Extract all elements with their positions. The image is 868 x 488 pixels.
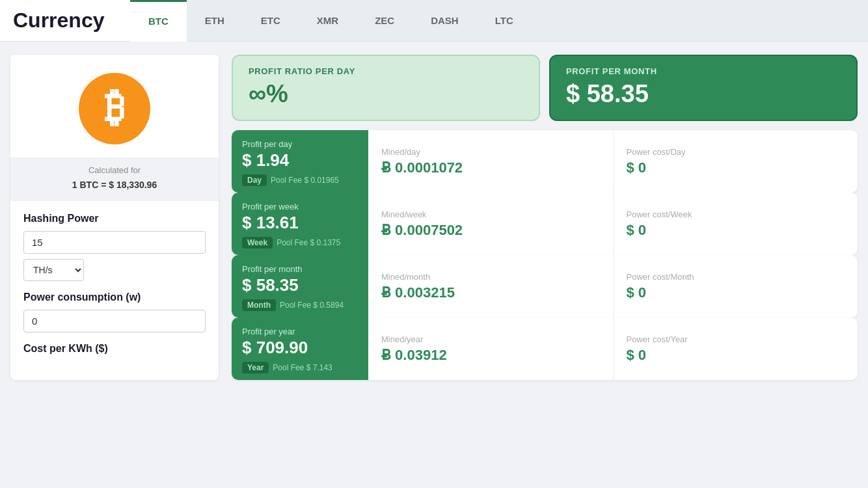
pool-fee-week: Pool Fee $ 0.1375 xyxy=(277,238,340,247)
mined-cell-month: Mined/month Ƀ 0.003215 xyxy=(368,255,614,318)
mined-label-month: Mined/month xyxy=(381,272,430,282)
profit-value-day: $ 1.94 xyxy=(242,150,289,170)
power-label-day: Power cost/Day xyxy=(627,147,686,157)
cost-per-kwh-label: Cost per KWh ($) xyxy=(23,343,206,355)
data-row-cells-year: Mined/year Ƀ 0.03912 Power cost/Year $ 0 xyxy=(368,318,858,380)
period-badge-year: Year xyxy=(242,362,269,373)
profit-ratio-label: PROFIT RATIO PER DAY xyxy=(249,66,523,76)
power-cell-day: Power cost/Day $ 0 xyxy=(614,130,858,193)
calc-for-label: Calculated for xyxy=(88,165,141,175)
profit-month-label: PROFIT PER MONTH xyxy=(566,66,841,76)
profit-ratio-value: ∞% xyxy=(249,80,523,108)
power-value-month: $ 0 xyxy=(627,284,647,301)
left-panel: ₿ Calculated for 1 BTC = $ 18,330.96 Has… xyxy=(10,55,219,380)
hashing-power-input[interactable] xyxy=(23,231,206,254)
data-rows-container: Profit per day $ 1.94 Day Pool Fee $ 0.0… xyxy=(232,130,858,380)
power-value-week: $ 0 xyxy=(627,222,647,239)
nav-tab-ltc[interactable]: LTC xyxy=(477,0,532,41)
power-cell-week: Power cost/Week $ 0 xyxy=(614,193,858,255)
currency-nav: BTCETHETCXMRZECDASHLTC xyxy=(130,0,868,41)
profit-value-month: $ 58.35 xyxy=(242,275,299,295)
data-row-day: Profit per day $ 1.94 Day Pool Fee $ 0.0… xyxy=(232,130,858,193)
pool-fee-year: Pool Fee $ 7.143 xyxy=(273,363,332,372)
pool-fee-day: Pool Fee $ 0.01965 xyxy=(271,176,339,185)
calculated-for-section: Calculated for 1 BTC = $ 18,330.96 xyxy=(10,157,219,201)
title-text: Currency xyxy=(13,8,105,33)
profit-ratio-card: PROFIT RATIO PER DAY ∞% xyxy=(232,55,540,121)
mined-value-day: Ƀ 0.0001072 xyxy=(381,159,463,176)
hashing-unit-wrap: TH/s GH/s MH/s KH/s xyxy=(23,259,206,281)
page-header: Currency BTCETHETCXMRZECDASHLTC xyxy=(0,0,868,42)
data-row-month: Profit per month $ 58.35 Month Pool Fee … xyxy=(232,255,858,318)
power-value-day: $ 0 xyxy=(627,159,647,176)
coin-logo-area: ₿ xyxy=(10,55,219,157)
mined-value-year: Ƀ 0.03912 xyxy=(381,347,447,364)
profit-month-value: $ 58.35 xyxy=(566,80,841,108)
power-label-week: Power cost/Week xyxy=(627,210,692,219)
btc-logo: ₿ xyxy=(79,73,150,144)
nav-tab-dash[interactable]: DASH xyxy=(413,0,477,41)
profit-label-day: Profit per day xyxy=(242,139,292,149)
data-row-cells-week: Mined/week Ƀ 0.0007502 Power cost/Week $… xyxy=(368,193,858,255)
badge-pool-year: Year Pool Fee $ 7.143 xyxy=(242,362,332,373)
power-consumption-label: Power consumption (w) xyxy=(23,291,206,303)
badge-pool-week: Week Pool Fee $ 0.1375 xyxy=(242,237,340,249)
mined-cell-day: Mined/day Ƀ 0.0001072 xyxy=(368,130,614,193)
power-label-month: Power cost/Month xyxy=(627,272,694,282)
profit-value-week: $ 13.61 xyxy=(242,213,299,233)
nav-tab-zec[interactable]: ZEC xyxy=(357,0,413,41)
profit-value-year: $ 709.90 xyxy=(242,338,308,358)
period-badge-month: Month xyxy=(242,299,276,311)
badge-pool-day: Day Pool Fee $ 0.01965 xyxy=(242,174,339,186)
nav-tab-eth[interactable]: ETH xyxy=(187,0,243,41)
mined-label-week: Mined/week xyxy=(381,210,426,219)
pool-fee-month: Pool Fee $ 0.5894 xyxy=(280,301,344,310)
profit-label-month: Profit per month xyxy=(242,264,303,274)
summary-row: PROFIT RATIO PER DAY ∞% PROFIT PER MONTH… xyxy=(232,55,858,121)
power-cell-month: Power cost/Month $ 0 xyxy=(614,255,858,318)
mined-value-week: Ƀ 0.0007502 xyxy=(381,222,463,239)
data-row-week: Profit per week $ 13.61 Week Pool Fee $ … xyxy=(232,193,858,255)
mined-cell-year: Mined/year Ƀ 0.03912 xyxy=(368,318,614,380)
form-area: Hashing Power TH/s GH/s MH/s KH/s Power … xyxy=(10,201,219,369)
btc-symbol-icon: ₿ xyxy=(105,87,125,128)
right-panel: PROFIT RATIO PER DAY ∞% PROFIT PER MONTH… xyxy=(232,55,858,380)
data-row-year: Profit per year $ 709.90 Year Pool Fee $… xyxy=(232,318,858,380)
data-row-left-year: Profit per year $ 709.90 Year Pool Fee $… xyxy=(232,318,368,380)
mined-cell-week: Mined/week Ƀ 0.0007502 xyxy=(368,193,614,255)
period-badge-week: Week xyxy=(242,237,273,249)
mined-label-year: Mined/year xyxy=(381,334,423,344)
period-badge-day: Day xyxy=(242,174,267,186)
power-label-year: Power cost/Year xyxy=(627,334,688,344)
profit-label-week: Profit per week xyxy=(242,202,299,211)
nav-tab-xmr[interactable]: XMR xyxy=(299,0,357,41)
data-row-left-week: Profit per week $ 13.61 Week Pool Fee $ … xyxy=(232,193,368,255)
power-cell-year: Power cost/Year $ 0 xyxy=(614,318,858,380)
profit-month-card: PROFIT PER MONTH $ 58.35 xyxy=(549,55,858,121)
page-title: Currency xyxy=(0,0,130,41)
nav-tab-etc[interactable]: ETC xyxy=(243,0,299,41)
power-consumption-input[interactable] xyxy=(23,310,206,332)
data-row-cells-day: Mined/day Ƀ 0.0001072 Power cost/Day $ 0 xyxy=(368,130,858,193)
hashing-power-label: Hashing Power xyxy=(23,213,206,224)
data-row-left-month: Profit per month $ 58.35 Month Pool Fee … xyxy=(232,255,368,318)
data-row-cells-month: Mined/month Ƀ 0.003215 Power cost/Month … xyxy=(368,255,858,318)
profit-label-year: Profit per year xyxy=(242,327,295,336)
mined-value-month: Ƀ 0.003215 xyxy=(381,284,455,301)
hashing-unit-select[interactable]: TH/s GH/s MH/s KH/s xyxy=(23,259,84,281)
btc-price-value: 1 BTC = $ 18,330.96 xyxy=(21,178,208,192)
data-row-left-day: Profit per day $ 1.94 Day Pool Fee $ 0.0… xyxy=(232,130,368,193)
main-content: ₿ Calculated for 1 BTC = $ 18,330.96 Has… xyxy=(0,42,868,393)
badge-pool-month: Month Pool Fee $ 0.5894 xyxy=(242,299,344,311)
nav-tab-btc[interactable]: BTC xyxy=(130,0,187,42)
power-value-year: $ 0 xyxy=(627,347,647,364)
mined-label-day: Mined/day xyxy=(381,147,420,157)
